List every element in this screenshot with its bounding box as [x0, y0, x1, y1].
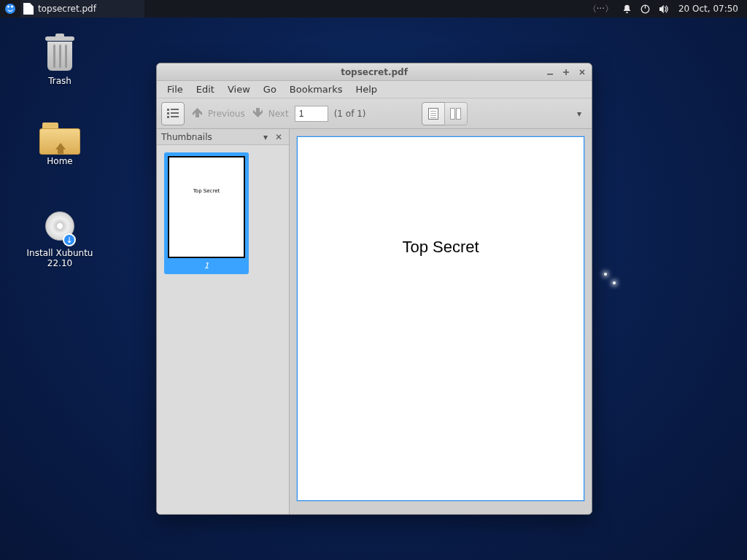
dual-page-icon — [450, 108, 461, 120]
side-pane-menu-button[interactable]: ▾ — [260, 132, 271, 142]
folder-home-icon — [39, 122, 80, 155]
thumbnail-number: 1 — [168, 258, 245, 272]
toggle-sidepane-button[interactable] — [161, 102, 185, 125]
menu-file[interactable]: File — [161, 82, 189, 97]
chevron-down-icon: ▾ — [577, 109, 581, 119]
nav-next[interactable]: 🡻 Next — [251, 106, 289, 120]
arrow-down-icon: 🡻 — [251, 106, 266, 120]
minimize-button[interactable] — [543, 66, 557, 79]
whisker-menu-button[interactable] — [0, 0, 20, 18]
menu-help[interactable]: Help — [349, 82, 383, 97]
installer-disc-icon: ↓ — [42, 211, 77, 246]
tool-bar: 🡹 Previous 🡻 Next (1 of 1) ▾ — [157, 98, 592, 129]
wallpaper-spark — [613, 281, 616, 284]
svg-point-2 — [11, 5, 13, 7]
side-pane: Thumbnails ▾ ✕ Top Secret 1 — [157, 129, 290, 514]
taskbar-item-topsecret[interactable]: topsecret.pdf — [20, 0, 144, 18]
taskbar-item-label: topsecret.pdf — [38, 4, 96, 14]
page-number-input[interactable] — [295, 106, 328, 122]
wallpaper-spark — [604, 273, 607, 276]
menu-bookmarks[interactable]: Bookmarks — [284, 82, 349, 97]
window-title: topsecret.pdf — [341, 67, 408, 77]
desktop-icon-home[interactable]: Home — [23, 122, 96, 166]
trash-icon — [42, 36, 77, 74]
desktop-icon-label: Install Xubuntu 22.10 — [16, 248, 104, 268]
menu-view[interactable]: View — [222, 82, 256, 97]
svg-rect-4 — [645, 4, 646, 8]
desktop-icon-install[interactable]: ↓ Install Xubuntu 22.10 — [16, 211, 104, 268]
document-page: Top Secret — [297, 136, 584, 501]
nav-previous-label: Previous — [208, 109, 245, 119]
window-titlebar[interactable]: topsecret.pdf — [157, 63, 592, 81]
notifications-icon[interactable] — [622, 4, 632, 14]
window-body: Thumbnails ▾ ✕ Top Secret 1 Top Secret — [157, 129, 592, 514]
thumbnail-preview: Top Secret — [168, 156, 245, 258]
view-mode-group — [422, 102, 468, 125]
toolbar-overflow-button[interactable]: ▾ — [571, 102, 587, 125]
volume-icon[interactable] — [659, 4, 670, 14]
document-icon — [23, 3, 34, 15]
side-pane-header: Thumbnails ▾ ✕ — [157, 129, 289, 145]
thumbnail-text: Top Secret — [169, 188, 244, 194]
nav-next-label: Next — [268, 109, 289, 119]
menu-bar: File Edit View Go Bookmarks Help — [157, 81, 592, 98]
power-icon[interactable] — [640, 4, 650, 14]
arrow-up-icon: 🡹 — [190, 106, 205, 120]
document-body-text: Top Secret — [298, 238, 584, 257]
desktop-icon-label: Trash — [23, 76, 96, 86]
network-icon[interactable]: 〈···〉 — [588, 3, 614, 15]
panel-clock[interactable]: 20 Oct, 07:50 — [678, 4, 740, 14]
page-count-label: (1 of 1) — [334, 109, 366, 119]
top-panel: topsecret.pdf 〈···〉 20 Oct, 07:50 — [0, 0, 747, 18]
svg-point-0 — [5, 4, 15, 14]
side-pane-close-button[interactable]: ✕ — [273, 132, 285, 142]
nav-previous[interactable]: 🡹 Previous — [190, 106, 245, 120]
thumbnail-list: Top Secret 1 — [157, 145, 289, 514]
desktop-icon-label: Home — [23, 156, 96, 166]
view-dual-page-button[interactable] — [444, 102, 468, 125]
single-page-icon — [428, 108, 438, 120]
close-button[interactable] — [576, 66, 589, 79]
pdf-viewer-window: topsecret.pdf File Edit View Go Bookmark… — [156, 63, 592, 515]
xubuntu-mouse-icon — [4, 3, 16, 15]
view-single-page-button[interactable] — [422, 102, 445, 125]
maximize-button[interactable] — [560, 66, 573, 79]
system-tray: 〈···〉 20 Oct, 07:50 — [581, 0, 748, 18]
svg-rect-5 — [547, 74, 553, 75]
desktop-icon-trash[interactable]: Trash — [23, 36, 96, 86]
document-viewport[interactable]: Top Secret — [290, 129, 592, 514]
list-icon — [167, 109, 179, 119]
svg-point-1 — [7, 5, 9, 7]
thumbnail-page-1[interactable]: Top Secret 1 — [164, 152, 249, 274]
menu-go[interactable]: Go — [258, 82, 282, 97]
side-pane-title: Thumbnails — [161, 132, 212, 142]
menu-edit[interactable]: Edit — [190, 82, 220, 97]
